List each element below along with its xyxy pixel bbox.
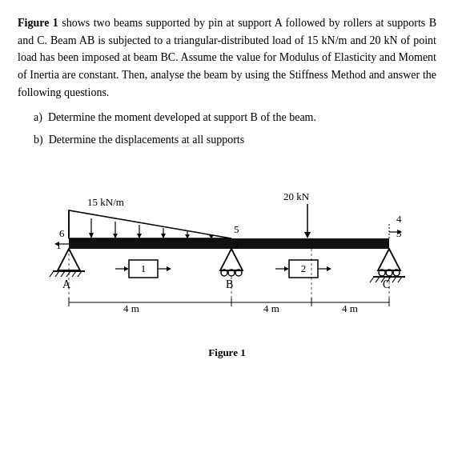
- dist-arrowhead-2: [113, 234, 118, 238]
- support-a-label: A: [62, 278, 71, 290]
- dim-label-midc: 4 m: [342, 302, 358, 314]
- text-block: Figure 1 shows two beams supported by pi…: [18, 14, 436, 101]
- node-4-label: 4: [396, 213, 402, 225]
- support-b-triangle: [220, 249, 243, 270]
- node-6-label: 6: [59, 227, 65, 239]
- hatch-c-1: [370, 277, 374, 282]
- hatch-a-1: [50, 271, 54, 277]
- dist-load-triangle: [69, 210, 231, 238]
- node-2-label: 2: [234, 239, 239, 251]
- questions: a) Determine the moment developed at sup…: [34, 109, 436, 148]
- diagram-area: 1 2 6 1 5: [35, 162, 420, 338]
- arrowhead-right-1: [167, 266, 171, 271]
- dist-arrowhead-1: [89, 233, 94, 238]
- support-c-triangle: [378, 249, 400, 270]
- hatch-c-6: [398, 277, 402, 282]
- dim-label-bmid: 4 m: [263, 302, 279, 314]
- figure-container: 1 2 6 1 5: [18, 162, 436, 359]
- dist-arrowhead-3: [137, 234, 142, 238]
- hatch-a-2: [55, 271, 59, 277]
- description-text: two beams supported by pin at support A …: [18, 17, 436, 98]
- node-5-label: 5: [234, 223, 239, 235]
- point-load-label: 20 kN: [283, 190, 310, 202]
- dist-arrowhead-4: [161, 234, 166, 238]
- hatch-a-5: [72, 271, 76, 277]
- diagram-svg: 1 2 6 1 5: [35, 162, 420, 338]
- elem-label-2: 2: [300, 262, 306, 274]
- arrowhead-left-1: [124, 266, 129, 271]
- hatch-a-3: [61, 271, 65, 277]
- figure-caption: Figure 1: [208, 346, 245, 359]
- hatch-a-6: [78, 271, 82, 277]
- dim-label-ab: 4 m: [123, 302, 139, 314]
- support-b-label: B: [226, 278, 233, 290]
- elem-label-1: 1: [140, 262, 146, 274]
- question-b: b) Determine the displacements at all su…: [34, 131, 436, 148]
- shows-text: shows: [62, 17, 90, 29]
- arrowhead-left-2: [284, 266, 289, 271]
- beam-bar: [69, 238, 389, 249]
- point-load-arrowhead: [304, 232, 311, 238]
- arrowhead-right-2: [327, 266, 331, 271]
- figure-ref: Figure 1: [18, 17, 58, 29]
- dist-load-label: 15 kN/m: [87, 196, 124, 208]
- hatch-a-4: [66, 271, 70, 277]
- hatch-c-2: [376, 277, 380, 282]
- question-a: a) Determine the moment developed at sup…: [34, 109, 436, 126]
- hatch-c-5: [392, 277, 396, 282]
